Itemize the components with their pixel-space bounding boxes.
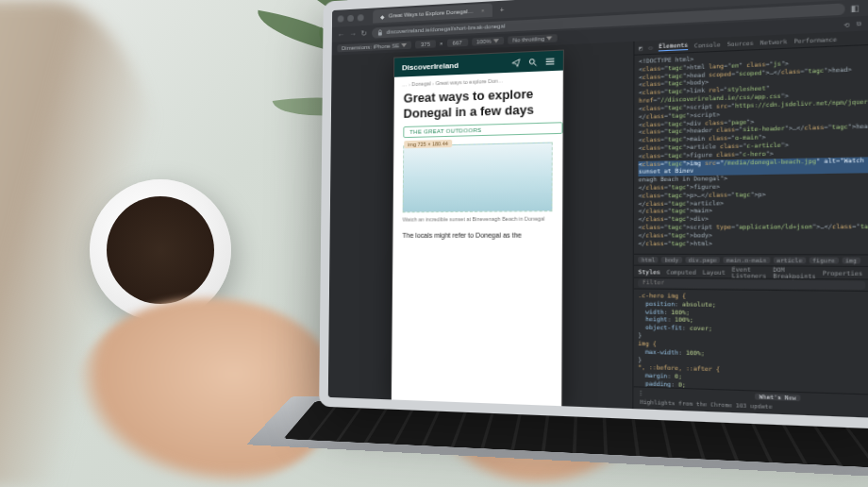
tab-console[interactable]: Console <box>694 41 721 48</box>
styles-pane[interactable]: .c-hero img { position: absolute; width:… <box>634 288 868 395</box>
tab-close-icon[interactable]: × <box>481 8 485 13</box>
drawer-toggle-icon[interactable]: ⋮ <box>638 390 644 396</box>
tab-title: Great Ways to Explore Donegal… <box>389 8 474 19</box>
dom-crumb[interactable]: img <box>842 258 860 264</box>
hero-image[interactable]: img 725 × 180.44 <box>403 143 553 213</box>
nav-reload-button[interactable]: ↻ <box>360 28 367 37</box>
url-text: discoverireland.ie/donegal/short-break-d… <box>387 23 506 35</box>
nav-forward-button[interactable]: → <box>349 29 357 38</box>
tab-favicon: ◆ <box>380 12 385 19</box>
page-title: Great ways to explore Donegal in a few d… <box>394 83 563 126</box>
tab-layout[interactable]: Layout <box>703 269 726 276</box>
laptop: ◆ Great Ways to Explore Donegal… × + ← →… <box>318 0 868 487</box>
throttling-select[interactable]: No throttling <box>508 34 558 44</box>
device-width-input[interactable]: 375 <box>415 40 436 48</box>
tab-performance[interactable]: Performance <box>793 36 837 44</box>
menu-icon[interactable] <box>545 57 556 66</box>
tab-network[interactable]: Network <box>760 38 788 45</box>
dom-crumb[interactable]: article <box>773 257 806 263</box>
new-tab-button[interactable]: + <box>496 6 509 13</box>
image-caption: Watch an incredible sunset at Binevenagh… <box>393 216 562 230</box>
rotate-icon[interactable]: ⟲ <box>843 21 849 28</box>
extensions-icon[interactable]: ◧ <box>851 3 860 13</box>
tab-elements[interactable]: Elements <box>659 42 688 51</box>
tab-sources[interactable]: Sources <box>727 40 754 47</box>
device-select[interactable]: Dimensions: iPhone SE <box>337 42 411 53</box>
breadcrumb-item[interactable]: … <box>402 81 407 87</box>
window-close[interactable] <box>338 15 344 22</box>
screenshot-icon[interactable]: ⧉ <box>857 20 861 27</box>
article-body: The locals might refer to Donegal as the <box>393 228 563 242</box>
zoom-select[interactable]: 100% <box>472 37 504 46</box>
chevron-down-icon <box>493 39 499 42</box>
window-maximize[interactable] <box>358 14 364 21</box>
send-icon[interactable] <box>511 58 520 67</box>
dom-crumb[interactable]: body <box>661 257 682 263</box>
dom-crumb[interactable]: div.page <box>685 257 720 263</box>
nav-back-button[interactable]: ← <box>338 30 345 39</box>
device-mode-icon[interactable]: ▭ <box>649 44 653 51</box>
dom-crumb[interactable]: main.o-main <box>724 257 770 263</box>
hand-left <box>75 298 340 487</box>
device-frame: DiscoverIreland <box>392 51 563 407</box>
dimension-x: × <box>440 41 443 46</box>
site-logo[interactable]: DiscoverIreland <box>402 60 459 72</box>
chevron-down-icon <box>546 36 552 40</box>
whats-new-badge[interactable]: What's New <box>755 394 801 401</box>
tab-computed[interactable]: Computed <box>666 269 696 276</box>
device-height-input[interactable]: 667 <box>446 39 467 47</box>
devtools-panel: ◩ ▭ Elements Console Sources Network Per… <box>632 28 868 419</box>
elements-tree[interactable]: <!DOCTYPE html><class="tagc">html lang="… <box>634 42 868 254</box>
dom-crumb[interactable]: html <box>638 257 658 263</box>
laptop-screen: ◆ Great Ways to Explore Donegal… × + ← →… <box>319 0 868 429</box>
svg-line-2 <box>534 63 537 66</box>
device-viewport-area: DiscoverIreland <box>328 42 634 409</box>
tab-properties[interactable]: Properties <box>823 270 862 277</box>
search-icon[interactable] <box>528 58 537 67</box>
tab-event-listeners[interactable]: Event Listeners <box>732 266 767 279</box>
svg-rect-0 <box>378 32 382 36</box>
breadcrumb-item[interactable]: Donegal <box>409 80 431 87</box>
dom-crumb[interactable]: figure <box>810 258 839 264</box>
svg-point-1 <box>529 59 534 63</box>
tab-styles[interactable]: Styles <box>638 268 659 275</box>
lock-icon <box>377 29 383 36</box>
tab-dom-breakpoints[interactable]: DOM Breakpoints <box>773 266 816 279</box>
window-minimize[interactable] <box>347 14 354 21</box>
chevron-down-icon <box>401 43 407 47</box>
inspect-icon[interactable]: ◩ <box>639 44 643 51</box>
devtools-dimension-overlay: img 725 × 180.44 <box>404 140 452 148</box>
